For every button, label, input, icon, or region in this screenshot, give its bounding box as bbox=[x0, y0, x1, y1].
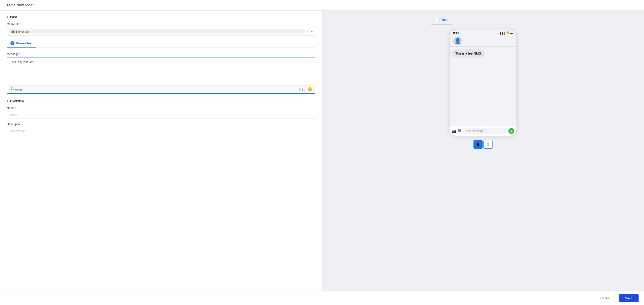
description-field: Description bbox=[7, 122, 315, 135]
description-input[interactable] bbox=[7, 127, 315, 135]
phone-status-icons: ▌▌▌ 📶 ▬ bbox=[500, 31, 513, 34]
insert-button[interactable]: + Insert bbox=[10, 87, 22, 91]
chevron-down-icon[interactable]: ▾ bbox=[311, 30, 313, 33]
appstore-icon[interactable]: 🅐 bbox=[458, 129, 461, 133]
desktop-icon: 🖥 bbox=[486, 143, 490, 146]
phone-status-bar: 9:41 ▌▌▌ 📶 ▬ bbox=[450, 29, 516, 35]
phone-mockup: 9:41 ▌▌▌ 📶 ▬ ‹ 👤 Th bbox=[449, 29, 517, 136]
page-footer: Cancel Save bbox=[0, 291, 644, 305]
right-panel: 📄 Text 9:41 ▌▌▌ 📶 ▬ ‹ bbox=[322, 11, 644, 291]
clear-icon[interactable]: ✕ bbox=[306, 30, 309, 33]
phone-messages: This is a test SMS. bbox=[450, 47, 516, 126]
channel-tag: SMS (Nexmo) ✕ bbox=[9, 29, 305, 34]
preview-tab-text[interactable]: 📄 Text bbox=[431, 15, 452, 24]
phone-send-button[interactable]: ▲ bbox=[508, 128, 514, 134]
preview-tab-text-icon: 📄 bbox=[436, 17, 440, 22]
phone-footer: 📷 🅐 Text Message ▲ bbox=[450, 126, 516, 136]
overview-chevron-icon: ▾ bbox=[7, 99, 8, 102]
desktop-device-button[interactable]: 🖥 bbox=[484, 140, 492, 149]
left-panel: ▾ Post Channels* SMS (Nexmo) ✕ ✕ ▾ bbox=[0, 11, 322, 291]
emoji-button[interactable]: 😊 bbox=[308, 87, 312, 92]
preview-tabs: 📄 Text bbox=[431, 15, 535, 24]
message-label: Message* bbox=[7, 52, 315, 56]
phone-avatar: 👤 bbox=[454, 37, 462, 45]
post-section-header: ▾ Post bbox=[7, 15, 315, 19]
phone-time: 9:41 bbox=[453, 31, 459, 35]
nexmo-icon: ⊙ bbox=[10, 41, 14, 45]
message-section: Message* This is a test SMS. + Insert 31… bbox=[7, 52, 315, 94]
message-textarea-wrapper: This is a test SMS. + Insert 3181 😊 bbox=[7, 57, 315, 94]
signal-icon: ▌▌▌ bbox=[500, 32, 506, 34]
cancel-button[interactable]: Cancel bbox=[595, 294, 616, 302]
overview-divider bbox=[28, 101, 315, 101]
phone-text-input[interactable]: Text Message bbox=[462, 128, 507, 134]
battery-icon: ▬ bbox=[510, 32, 513, 34]
page-title: Create New Asset bbox=[4, 3, 34, 7]
channel-tab-bar: ⊙ Nexmo Text bbox=[7, 39, 315, 48]
channels-field: Channels* SMS (Nexmo) ✕ ✕ ▾ bbox=[7, 22, 315, 36]
name-input[interactable] bbox=[7, 111, 315, 119]
name-label: Name* bbox=[7, 106, 315, 110]
message-textarea[interactable]: This is a test SMS. bbox=[7, 57, 315, 85]
camera-icon[interactable]: 📷 bbox=[452, 129, 456, 133]
tab-nexmo-text[interactable]: ⊙ Nexmo Text bbox=[7, 39, 36, 47]
mobile-device-button[interactable]: 📱 bbox=[474, 140, 482, 149]
channel-tag-close-icon[interactable]: ✕ bbox=[31, 30, 33, 33]
name-field: Name* bbox=[7, 106, 315, 119]
phone-header: ‹ 👤 bbox=[450, 35, 516, 47]
post-chevron-icon: ▾ bbox=[7, 15, 8, 18]
device-toggle: 📱 🖥 bbox=[474, 140, 492, 149]
page-header: Create New Asset bbox=[0, 0, 644, 11]
post-section-title: Post bbox=[10, 15, 17, 19]
overview-section-title: Overview bbox=[10, 99, 24, 103]
message-toolbar: + Insert 3181 😊 bbox=[7, 85, 315, 93]
avatar-icon: 👤 bbox=[455, 38, 461, 44]
description-label: Description bbox=[7, 122, 315, 126]
mobile-icon: 📱 bbox=[476, 143, 480, 146]
channels-select[interactable]: SMS (Nexmo) ✕ ✕ ▾ bbox=[7, 27, 315, 36]
channels-label: Channels* bbox=[7, 22, 315, 26]
save-button[interactable]: Save bbox=[619, 294, 638, 302]
sms-message-bubble: This is a test SMS. bbox=[452, 49, 485, 57]
post-divider bbox=[20, 17, 315, 17]
char-count: 3181 bbox=[298, 88, 305, 91]
insert-icon: + bbox=[10, 87, 14, 91]
overview-section-header: ▾ Overview bbox=[7, 99, 315, 103]
overview-section: ▾ Overview Name* Description bbox=[7, 99, 315, 135]
wifi-icon: 📶 bbox=[506, 31, 510, 34]
